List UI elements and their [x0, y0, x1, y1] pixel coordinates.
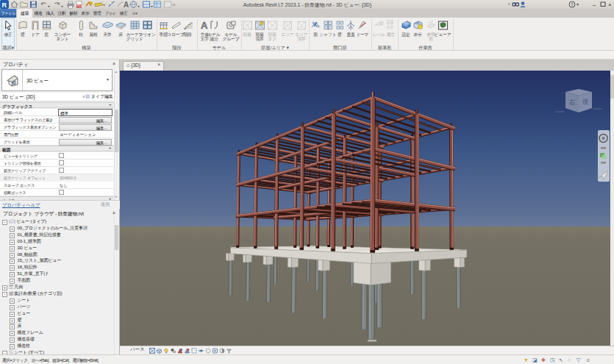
svg-text:R: R — [2, 1, 7, 9]
svg-text:–: – — [593, 1, 596, 8]
svg-text:右: 右 — [568, 99, 576, 106]
svg-text:»: » — [172, 1, 176, 8]
svg-text:?: ? — [571, 2, 574, 7]
svg-text:‹: ‹ — [508, 1, 510, 7]
svg-text:後: 後 — [582, 98, 589, 105]
svg-text:PDF: PDF — [77, 4, 84, 8]
svg-text:×: × — [608, 1, 612, 8]
svg-text:▾: ▾ — [576, 2, 579, 7]
svg-text:A: A — [124, 1, 129, 9]
